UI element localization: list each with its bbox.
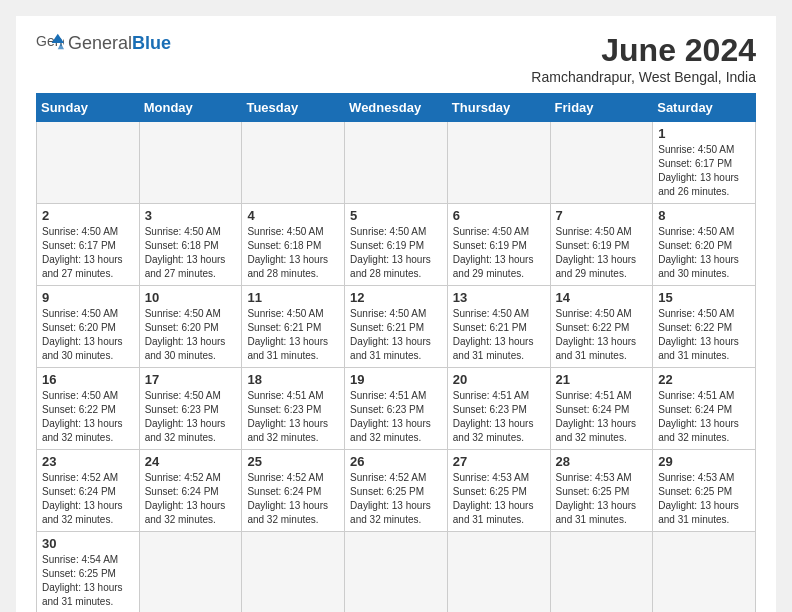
- day-info: Sunrise: 4:53 AM Sunset: 6:25 PM Dayligh…: [453, 471, 545, 527]
- day-cell: 24Sunrise: 4:52 AM Sunset: 6:24 PM Dayli…: [139, 450, 242, 532]
- week-row-1: 1Sunrise: 4:50 AM Sunset: 6:17 PM Daylig…: [37, 122, 756, 204]
- day-cell: [447, 532, 550, 613]
- week-row-6: 30Sunrise: 4:54 AM Sunset: 6:25 PM Dayli…: [37, 532, 756, 613]
- day-cell: 16Sunrise: 4:50 AM Sunset: 6:22 PM Dayli…: [37, 368, 140, 450]
- day-info: Sunrise: 4:50 AM Sunset: 6:22 PM Dayligh…: [556, 307, 648, 363]
- day-cell: 1Sunrise: 4:50 AM Sunset: 6:17 PM Daylig…: [653, 122, 756, 204]
- day-number: 9: [42, 290, 134, 305]
- day-cell: 3Sunrise: 4:50 AM Sunset: 6:18 PM Daylig…: [139, 204, 242, 286]
- day-info: Sunrise: 4:51 AM Sunset: 6:24 PM Dayligh…: [658, 389, 750, 445]
- day-info: Sunrise: 4:50 AM Sunset: 6:18 PM Dayligh…: [247, 225, 339, 281]
- day-number: 13: [453, 290, 545, 305]
- day-cell: 20Sunrise: 4:51 AM Sunset: 6:23 PM Dayli…: [447, 368, 550, 450]
- day-cell: 6Sunrise: 4:50 AM Sunset: 6:19 PM Daylig…: [447, 204, 550, 286]
- day-number: 27: [453, 454, 545, 469]
- day-number: 22: [658, 372, 750, 387]
- day-cell: 19Sunrise: 4:51 AM Sunset: 6:23 PM Dayli…: [345, 368, 448, 450]
- day-cell: 22Sunrise: 4:51 AM Sunset: 6:24 PM Dayli…: [653, 368, 756, 450]
- day-cell: 15Sunrise: 4:50 AM Sunset: 6:22 PM Dayli…: [653, 286, 756, 368]
- header-day-friday: Friday: [550, 94, 653, 122]
- day-cell: 5Sunrise: 4:50 AM Sunset: 6:19 PM Daylig…: [345, 204, 448, 286]
- day-info: Sunrise: 4:50 AM Sunset: 6:21 PM Dayligh…: [350, 307, 442, 363]
- day-info: Sunrise: 4:50 AM Sunset: 6:20 PM Dayligh…: [145, 307, 237, 363]
- week-row-5: 23Sunrise: 4:52 AM Sunset: 6:24 PM Dayli…: [37, 450, 756, 532]
- day-cell: [242, 532, 345, 613]
- day-cell: 29Sunrise: 4:53 AM Sunset: 6:25 PM Dayli…: [653, 450, 756, 532]
- week-row-3: 9Sunrise: 4:50 AM Sunset: 6:20 PM Daylig…: [37, 286, 756, 368]
- day-cell: 17Sunrise: 4:50 AM Sunset: 6:23 PM Dayli…: [139, 368, 242, 450]
- day-info: Sunrise: 4:50 AM Sunset: 6:19 PM Dayligh…: [350, 225, 442, 281]
- day-info: Sunrise: 4:50 AM Sunset: 6:21 PM Dayligh…: [453, 307, 545, 363]
- logo-blue: Blue: [132, 33, 171, 53]
- day-cell: [550, 122, 653, 204]
- day-info: Sunrise: 4:50 AM Sunset: 6:23 PM Dayligh…: [145, 389, 237, 445]
- day-cell: 12Sunrise: 4:50 AM Sunset: 6:21 PM Dayli…: [345, 286, 448, 368]
- day-info: Sunrise: 4:51 AM Sunset: 6:23 PM Dayligh…: [453, 389, 545, 445]
- day-info: Sunrise: 4:54 AM Sunset: 6:25 PM Dayligh…: [42, 553, 134, 609]
- month-title: June 2024: [531, 32, 756, 69]
- day-number: 1: [658, 126, 750, 141]
- day-cell: [139, 122, 242, 204]
- week-row-4: 16Sunrise: 4:50 AM Sunset: 6:22 PM Dayli…: [37, 368, 756, 450]
- day-number: 12: [350, 290, 442, 305]
- day-info: Sunrise: 4:51 AM Sunset: 6:23 PM Dayligh…: [247, 389, 339, 445]
- day-info: Sunrise: 4:53 AM Sunset: 6:25 PM Dayligh…: [556, 471, 648, 527]
- day-cell: [653, 532, 756, 613]
- day-cell: 2Sunrise: 4:50 AM Sunset: 6:17 PM Daylig…: [37, 204, 140, 286]
- day-number: 2: [42, 208, 134, 223]
- day-cell: [242, 122, 345, 204]
- day-info: Sunrise: 4:51 AM Sunset: 6:23 PM Dayligh…: [350, 389, 442, 445]
- day-number: 14: [556, 290, 648, 305]
- day-number: 26: [350, 454, 442, 469]
- day-info: Sunrise: 4:52 AM Sunset: 6:24 PM Dayligh…: [42, 471, 134, 527]
- day-cell: 25Sunrise: 4:52 AM Sunset: 6:24 PM Dayli…: [242, 450, 345, 532]
- day-number: 15: [658, 290, 750, 305]
- day-info: Sunrise: 4:50 AM Sunset: 6:19 PM Dayligh…: [556, 225, 648, 281]
- day-cell: [37, 122, 140, 204]
- day-cell: 18Sunrise: 4:51 AM Sunset: 6:23 PM Dayli…: [242, 368, 345, 450]
- day-info: Sunrise: 4:51 AM Sunset: 6:24 PM Dayligh…: [556, 389, 648, 445]
- day-number: 25: [247, 454, 339, 469]
- day-info: Sunrise: 4:50 AM Sunset: 6:18 PM Dayligh…: [145, 225, 237, 281]
- day-cell: 28Sunrise: 4:53 AM Sunset: 6:25 PM Dayli…: [550, 450, 653, 532]
- day-info: Sunrise: 4:53 AM Sunset: 6:25 PM Dayligh…: [658, 471, 750, 527]
- day-info: Sunrise: 4:50 AM Sunset: 6:22 PM Dayligh…: [42, 389, 134, 445]
- day-cell: 27Sunrise: 4:53 AM Sunset: 6:25 PM Dayli…: [447, 450, 550, 532]
- day-number: 4: [247, 208, 339, 223]
- day-number: 23: [42, 454, 134, 469]
- day-cell: 14Sunrise: 4:50 AM Sunset: 6:22 PM Dayli…: [550, 286, 653, 368]
- day-cell: 23Sunrise: 4:52 AM Sunset: 6:24 PM Dayli…: [37, 450, 140, 532]
- day-number: 21: [556, 372, 648, 387]
- day-number: 3: [145, 208, 237, 223]
- day-cell: 30Sunrise: 4:54 AM Sunset: 6:25 PM Dayli…: [37, 532, 140, 613]
- day-info: Sunrise: 4:50 AM Sunset: 6:19 PM Dayligh…: [453, 225, 545, 281]
- day-number: 16: [42, 372, 134, 387]
- location: Ramchandrapur, West Bengal, India: [531, 69, 756, 85]
- title-area: June 2024 Ramchandrapur, West Bengal, In…: [531, 32, 756, 85]
- header-day-wednesday: Wednesday: [345, 94, 448, 122]
- day-number: 11: [247, 290, 339, 305]
- day-number: 6: [453, 208, 545, 223]
- day-info: Sunrise: 4:50 AM Sunset: 6:22 PM Dayligh…: [658, 307, 750, 363]
- day-cell: 8Sunrise: 4:50 AM Sunset: 6:20 PM Daylig…: [653, 204, 756, 286]
- day-info: Sunrise: 4:52 AM Sunset: 6:24 PM Dayligh…: [247, 471, 339, 527]
- day-number: 18: [247, 372, 339, 387]
- day-info: Sunrise: 4:50 AM Sunset: 6:21 PM Dayligh…: [247, 307, 339, 363]
- header-day-monday: Monday: [139, 94, 242, 122]
- page: General GeneralBlue June 2024 Ramchandra…: [16, 16, 776, 612]
- day-cell: 4Sunrise: 4:50 AM Sunset: 6:18 PM Daylig…: [242, 204, 345, 286]
- day-number: 28: [556, 454, 648, 469]
- header-day-sunday: Sunday: [37, 94, 140, 122]
- day-cell: [345, 532, 448, 613]
- day-cell: 13Sunrise: 4:50 AM Sunset: 6:21 PM Dayli…: [447, 286, 550, 368]
- day-info: Sunrise: 4:50 AM Sunset: 6:17 PM Dayligh…: [658, 143, 750, 199]
- day-info: Sunrise: 4:52 AM Sunset: 6:24 PM Dayligh…: [145, 471, 237, 527]
- header-day-thursday: Thursday: [447, 94, 550, 122]
- day-cell: 11Sunrise: 4:50 AM Sunset: 6:21 PM Dayli…: [242, 286, 345, 368]
- header-day-tuesday: Tuesday: [242, 94, 345, 122]
- day-number: 5: [350, 208, 442, 223]
- day-cell: [139, 532, 242, 613]
- day-number: 19: [350, 372, 442, 387]
- day-cell: 9Sunrise: 4:50 AM Sunset: 6:20 PM Daylig…: [37, 286, 140, 368]
- day-number: 30: [42, 536, 134, 551]
